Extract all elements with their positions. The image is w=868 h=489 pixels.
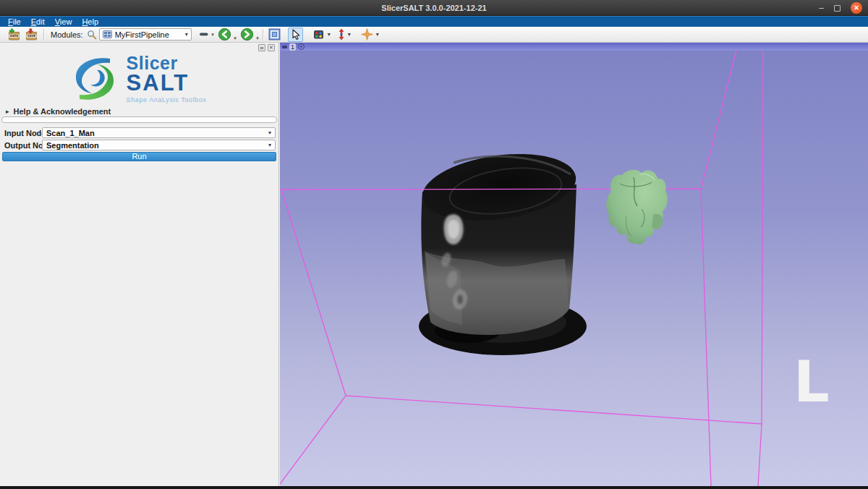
modules-label: Modules:	[51, 30, 83, 39]
volume-rendering-cylinder	[418, 145, 580, 335]
load-data-button[interactable]: DATA	[7, 28, 21, 41]
crosshair-icon	[361, 28, 373, 41]
crosshair-button[interactable]: ▾	[361, 28, 379, 41]
module-back-button[interactable]: ▾	[218, 27, 231, 41]
menu-edit[interactable]: Edit	[26, 17, 50, 27]
toolbar-separator	[43, 29, 44, 41]
pointer-icon	[290, 29, 301, 41]
viewport-3d[interactable]: L 1	[280, 43, 868, 486]
chevron-down-icon: ▾	[268, 143, 271, 148]
title-bar: SlicerSALT 3.0.0-2021-12-21 – ✕	[0, 0, 868, 16]
panel-dock-buttons: ✕	[258, 44, 275, 51]
bottom-strip	[0, 486, 868, 489]
chevron-down-icon: ▾	[268, 130, 271, 136]
toolbar-separator	[263, 29, 263, 41]
chevron-down-icon: ▾	[185, 32, 188, 38]
menu-view[interactable]: View	[50, 17, 77, 27]
maximize-button[interactable]	[834, 5, 841, 12]
slicersalt-logo-mark	[72, 54, 117, 103]
svg-text:SAVE: SAVE	[27, 34, 36, 38]
output-node-value: Segmentation	[46, 141, 268, 150]
svg-text:DATA: DATA	[10, 34, 20, 38]
module-search-button[interactable]	[87, 30, 97, 40]
panel-float-icon	[260, 47, 263, 49]
module-back-icon	[218, 27, 231, 41]
chevron-down-icon: ▾	[328, 32, 331, 38]
view-label: 1	[289, 43, 296, 51]
menu-bar: File Edit View Help	[0, 16, 868, 27]
slicersalt-logo: Slicer SALT Shape AnaLysis Toolbox	[0, 54, 278, 103]
progress-bar	[1, 116, 277, 123]
chevron-down-icon: ▾	[348, 32, 351, 38]
help-acknowledgement-section[interactable]: ▸ Help & Acknowledgement	[6, 107, 111, 116]
module-selector-value: MyFirstPipeline	[115, 30, 185, 39]
markups-icon	[313, 30, 325, 40]
logo-salt: SALT	[127, 72, 207, 94]
module-selector-combobox[interactable]: MyFirstPipeline ▾	[99, 28, 192, 41]
input-node-combobox[interactable]: Scan_1_Man ▾	[42, 127, 276, 138]
main-toolbar: DATA SAVE Modules:	[0, 27, 868, 43]
input-node-row: Input Node: Scan_1_Man ▾	[0, 127, 278, 139]
output-node-combobox[interactable]: Segmentation ▾	[42, 140, 276, 150]
menu-help[interactable]: Help	[77, 17, 103, 27]
menu-file[interactable]: File	[3, 17, 26, 27]
chevron-down-icon: ▾	[376, 32, 379, 38]
module-search-icon	[87, 30, 97, 40]
view-gear-icon[interactable]	[298, 43, 305, 50]
chevron-down-icon: ▾	[234, 35, 237, 41]
place-markups-button[interactable]: ▾	[313, 30, 331, 40]
3d-scene-canvas[interactable]: L	[280, 43, 868, 486]
panel-float-button[interactable]	[258, 44, 265, 51]
module-panel: ✕ Slicer SALT Shape AnaLysis	[0, 43, 279, 486]
save-button[interactable]: SAVE	[25, 28, 38, 41]
chevron-down-icon: ▾	[256, 35, 259, 41]
output-node-row: Output Node: Segmentation ▾	[0, 140, 278, 151]
collapsed-arrow-icon: ▸	[6, 108, 9, 115]
window-title: SlicerSALT 3.0.0-2021-12-21	[381, 4, 486, 12]
panel-close-button[interactable]: ✕	[268, 44, 275, 51]
window-controls: – ✕	[819, 0, 862, 16]
load-data-icon: DATA	[7, 28, 21, 41]
tooth-model	[606, 170, 668, 244]
module-forward-button[interactable]: ▾	[240, 27, 254, 41]
module-history-icon	[199, 31, 209, 38]
mouse-interaction-button[interactable]	[288, 27, 303, 42]
orientation-marker-left: L	[793, 349, 830, 414]
chevron-down-icon: ▾	[211, 32, 214, 38]
module-history-button[interactable]: ▾	[199, 31, 209, 38]
input-node-value: Scan_1_Man	[46, 129, 268, 137]
layout-icon	[268, 28, 281, 41]
view-pin-icon[interactable]	[282, 46, 287, 48]
bright-inclusion-blob	[444, 214, 464, 244]
layout-button[interactable]	[268, 28, 281, 41]
save-icon: SAVE	[25, 28, 38, 41]
logo-tagline: Shape AnaLysis Toolbox	[127, 96, 207, 103]
minimize-button[interactable]: –	[819, 4, 824, 12]
annotations-button[interactable]: ▾	[338, 28, 351, 41]
view-controller-bar: 1	[280, 43, 868, 51]
module-selector-icon	[103, 30, 112, 38]
annotation-icon	[338, 28, 345, 41]
module-forward-icon	[240, 27, 254, 41]
application-window: SlicerSALT 3.0.0-2021-12-21 – ✕ File Edi…	[0, 0, 868, 489]
run-button[interactable]: Run	[2, 152, 276, 161]
close-button[interactable]: ✕	[851, 2, 862, 14]
help-acknowledgement-label: Help & Acknowledgement	[14, 107, 111, 116]
slicersalt-logo-text: Slicer SALT Shape AnaLysis Toolbox	[127, 54, 207, 103]
